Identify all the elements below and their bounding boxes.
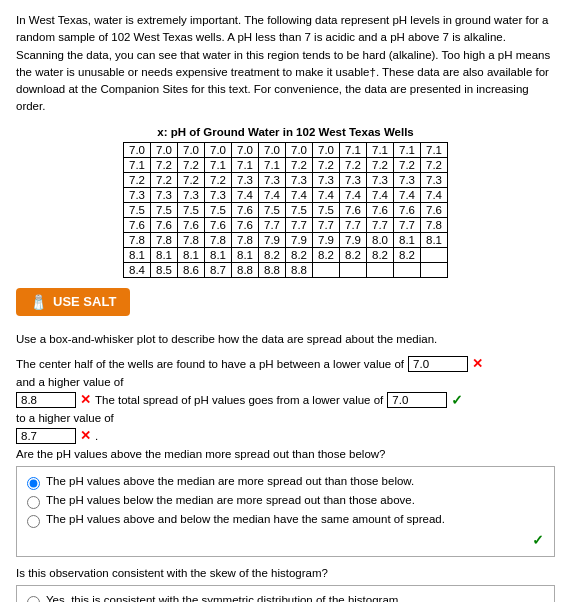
center-lower-x-icon: ✕ bbox=[472, 356, 483, 371]
table-cell: 8.2 bbox=[259, 247, 286, 262]
table-cell: 7.0 bbox=[286, 142, 313, 157]
table-cell: 7.9 bbox=[313, 232, 340, 247]
table-cell: 7.8 bbox=[124, 232, 151, 247]
table-cell: 7.2 bbox=[313, 157, 340, 172]
q1-question-label: Are the pH values above the median more … bbox=[16, 448, 555, 460]
table-cell: 7.8 bbox=[421, 217, 448, 232]
table-cell: 8.5 bbox=[151, 262, 178, 277]
table-cell: 8.8 bbox=[232, 262, 259, 277]
table-cell: 8.8 bbox=[259, 262, 286, 277]
table-cell: 8.2 bbox=[340, 247, 367, 262]
table-cell: 7.5 bbox=[259, 202, 286, 217]
table-cell: 7.1 bbox=[124, 157, 151, 172]
spread-right-x-icon: ✕ bbox=[80, 428, 91, 443]
table-cell: 7.0 bbox=[205, 142, 232, 157]
table-cell: 8.1 bbox=[421, 232, 448, 247]
table-cell: 7.3 bbox=[421, 172, 448, 187]
table-cell: 8.2 bbox=[394, 247, 421, 262]
table-cell: 7.3 bbox=[178, 187, 205, 202]
spread-left-input[interactable] bbox=[16, 392, 76, 408]
table-cell: 8.1 bbox=[232, 247, 259, 262]
table-cell: 7.1 bbox=[205, 157, 232, 172]
center-text-pre: The center half of the wells are found t… bbox=[16, 358, 404, 370]
q1-radio-2[interactable] bbox=[27, 515, 40, 528]
q1-option-0[interactable]: The pH values above the median are more … bbox=[27, 475, 544, 490]
table-cell: 7.2 bbox=[205, 172, 232, 187]
q1-radio-1[interactable] bbox=[27, 496, 40, 509]
table-cell: 8.8 bbox=[286, 262, 313, 277]
table-cell: 7.7 bbox=[340, 217, 367, 232]
q1-option-label-1: The pH values below the median are more … bbox=[46, 494, 415, 506]
table-caption: x: pH of Ground Water in 102 West Texas … bbox=[123, 126, 448, 142]
table-cell: 7.1 bbox=[421, 142, 448, 157]
table-cell: 8.7 bbox=[205, 262, 232, 277]
table-cell: 7.8 bbox=[178, 232, 205, 247]
table-cell: 8.2 bbox=[367, 247, 394, 262]
table-cell: 7.5 bbox=[124, 202, 151, 217]
q2-radio-0[interactable] bbox=[27, 596, 40, 602]
q2-option-0[interactable]: Yes, this is consistent with the symmetr… bbox=[27, 594, 544, 602]
table-cell: 7.2 bbox=[178, 157, 205, 172]
center-lower-input[interactable] bbox=[408, 356, 468, 372]
table-cell: 7.6 bbox=[178, 217, 205, 232]
table-cell: 7.3 bbox=[367, 172, 394, 187]
spread-lower-input[interactable] bbox=[387, 392, 447, 408]
intro-text: In West Texas, water is extremely import… bbox=[16, 12, 555, 116]
spread-right-input[interactable] bbox=[16, 428, 76, 444]
q1-option-label-2: The pH values above and below the median… bbox=[46, 513, 445, 525]
data-table: x: pH of Ground Water in 102 West Texas … bbox=[123, 126, 448, 278]
table-cell: 7.9 bbox=[340, 232, 367, 247]
table-cell: 7.6 bbox=[151, 217, 178, 232]
table-cell: 8.1 bbox=[151, 247, 178, 262]
table-cell: 7.0 bbox=[178, 142, 205, 157]
table-cell: 7.6 bbox=[232, 217, 259, 232]
table-cell: 7.3 bbox=[259, 172, 286, 187]
table-cell bbox=[340, 262, 367, 277]
q1-option-label-0: The pH values above the median are more … bbox=[46, 475, 414, 487]
table-cell: 8.1 bbox=[178, 247, 205, 262]
table-cell: 7.6 bbox=[421, 202, 448, 217]
table-cell: 7.4 bbox=[259, 187, 286, 202]
table-cell bbox=[394, 262, 421, 277]
table-cell: 7.2 bbox=[421, 157, 448, 172]
table-cell: 7.5 bbox=[205, 202, 232, 217]
table-cell: 8.1 bbox=[205, 247, 232, 262]
table-cell: 7.6 bbox=[367, 202, 394, 217]
table-cell: 7.2 bbox=[178, 172, 205, 187]
table-cell: 7.7 bbox=[367, 217, 394, 232]
table-cell: 7.2 bbox=[124, 172, 151, 187]
table-cell: 7.7 bbox=[286, 217, 313, 232]
table-cell: 7.4 bbox=[232, 187, 259, 202]
table-cell: 7.6 bbox=[232, 202, 259, 217]
table-cell: 7.7 bbox=[394, 217, 421, 232]
use-salt-button[interactable]: 🧂 USE SALT bbox=[16, 288, 130, 316]
table-cell: 7.9 bbox=[259, 232, 286, 247]
q1-option-1[interactable]: The pH values below the median are more … bbox=[27, 494, 544, 509]
table-cell: 8.1 bbox=[394, 232, 421, 247]
table-cell bbox=[367, 262, 394, 277]
table-cell: 7.1 bbox=[340, 142, 367, 157]
spread-text-pre: The total spread of pH values goes from … bbox=[95, 394, 383, 406]
table-cell: 7.3 bbox=[394, 172, 421, 187]
table-cell: 7.9 bbox=[286, 232, 313, 247]
table-cell: 8.2 bbox=[313, 247, 340, 262]
table-cell: 7.4 bbox=[286, 187, 313, 202]
spread-text-mid: to a higher value of bbox=[16, 412, 114, 424]
table-cell: 7.4 bbox=[421, 187, 448, 202]
q1-option-2[interactable]: The pH values above and below the median… bbox=[27, 513, 544, 528]
table-cell: 8.4 bbox=[124, 262, 151, 277]
q1-radio-0[interactable] bbox=[27, 477, 40, 490]
spread-lower-check-icon: ✓ bbox=[451, 392, 463, 408]
table-cell: 7.3 bbox=[232, 172, 259, 187]
table-cell: 7.1 bbox=[394, 142, 421, 157]
table-cell: 7.4 bbox=[313, 187, 340, 202]
q1-block: The pH values above the median are more … bbox=[16, 466, 555, 557]
data-table-container: x: pH of Ground Water in 102 West Texas … bbox=[16, 126, 555, 278]
table-cell: 7.2 bbox=[394, 157, 421, 172]
table-cell: 7.6 bbox=[205, 217, 232, 232]
use-salt-label: USE SALT bbox=[53, 294, 116, 309]
table-cell: 7.3 bbox=[205, 187, 232, 202]
table-cell bbox=[421, 247, 448, 262]
table-cell: 7.2 bbox=[286, 157, 313, 172]
table-cell: 7.2 bbox=[340, 157, 367, 172]
